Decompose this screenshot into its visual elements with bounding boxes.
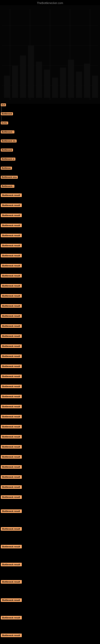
bottleneck-item-14[interactable]: Bottleneck result <box>1 224 22 227</box>
bottleneck-item-33[interactable]: Bottleneck result <box>1 633 22 637</box>
bottleneck-item-30[interactable]: Bottleneck result <box>1 580 22 584</box>
bottleneck-item-40[interactable]: Bottleneck result <box>1 404 22 408</box>
bottleneck-item-26[interactable]: Bottleneck result <box>1 509 22 513</box>
svg-rect-16 <box>52 78 58 98</box>
bottleneck-item-28[interactable]: Bottleneck result <box>1 544 22 548</box>
bottleneck-item-48[interactable]: Bottleneck result <box>1 485 22 489</box>
chart-svg <box>0 5 100 104</box>
bottleneck-badge-35: Bottleneck result <box>1 354 22 358</box>
bottleneck-badge-5: Bottleneck res <box>1 140 17 142</box>
bottleneck-item-23[interactable]: Bottleneck result <box>1 314 22 318</box>
bottleneck-badge-48: Bottleneck result <box>1 485 22 489</box>
bottleneck-item-13[interactable]: Bottleneck result <box>1 213 22 217</box>
svg-rect-11 <box>12 66 18 98</box>
bottleneck-item-47[interactable]: Bottleneck result <box>1 475 22 479</box>
bottleneck-item-42[interactable]: Bottleneck result <box>1 425 22 428</box>
bottleneck-item-25[interactable]: Bottleneck result <box>1 334 22 338</box>
bottleneck-item-41[interactable]: Bottleneck result <box>1 414 22 418</box>
bottleneck-badge-24: Bottleneck result <box>1 324 22 328</box>
bottleneck-badge-29: Bottleneck result <box>1 563 22 566</box>
chart-area <box>0 5 100 104</box>
bottleneck-badge-15: Bottleneck result <box>1 234 22 237</box>
bottleneck-badge-19: Bottleneck result <box>1 274 22 278</box>
bottleneck-badge-2: Bottleneck <box>1 112 13 115</box>
bottleneck-badge-46: Bottleneck result <box>1 465 22 469</box>
bottleneck-item-11[interactable]: Bottleneck result <box>1 193 22 197</box>
bottleneck-badge-16: Bottleneck result <box>1 244 22 247</box>
bottleneck-item-18[interactable]: Bottleneck result <box>1 264 22 268</box>
bottleneck-item-37[interactable]: Bottleneck result <box>1 374 22 378</box>
bottleneck-badge-25: Bottleneck result <box>1 334 22 338</box>
bottleneck-badge-7: Bottleneck re <box>1 158 15 160</box>
bottleneck-item-32[interactable]: Bottleneck result <box>1 616 22 620</box>
bottleneck-item-34[interactable]: Bottleneck result <box>1 344 22 348</box>
bottleneck-item-49[interactable]: Bottleneck result <box>1 495 22 499</box>
bottleneck-badge-6: Bottleneck <box>1 148 13 152</box>
bottleneck-item-31[interactable]: Bottleneck result <box>1 598 22 602</box>
bottleneck-badge-32: Bottleneck result <box>1 616 22 620</box>
bottleneck-badge-21: Bottleneck result <box>1 294 22 298</box>
bottleneck-badge-11: Bottleneck result <box>1 194 22 197</box>
bottleneck-badge-8: Bottlenec <box>1 167 12 170</box>
bottleneck-badge-20: Bottleneck result <box>1 284 22 288</box>
bottleneck-item-12[interactable]: Bottleneck result <box>1 203 22 207</box>
bottleneck-badge-12: Bottleneck result <box>1 204 22 207</box>
bottleneck-item-5[interactable]: Bottleneck res <box>1 139 17 142</box>
bottleneck-badge-40: Bottleneck result <box>1 405 22 408</box>
bottleneck-item-43[interactable]: Bottleneck result <box>1 435 22 438</box>
bottleneck-item-2[interactable]: Bottleneck <box>1 112 13 115</box>
bottleneck-item-9[interactable]: Bottleneck resu <box>1 175 18 179</box>
bottleneck-item-46[interactable]: Bottleneck result <box>1 465 22 469</box>
bottleneck-item-35[interactable]: Bottleneck result <box>1 354 22 358</box>
bottleneck-badge-13: Bottleneck result <box>1 214 22 217</box>
bottleneck-badge-45: Bottleneck result <box>1 455 22 459</box>
bottleneck-item-36[interactable]: Bottleneck result <box>1 364 22 368</box>
bottleneck-item-3[interactable]: Bottler <box>1 121 8 124</box>
bottleneck-badge-41: Bottleneck result <box>1 415 22 418</box>
bottleneck-badge-34: Bottleneck result <box>1 344 22 348</box>
bottleneck-item-10[interactable]: Bottleneck r <box>1 184 14 188</box>
site-header: TheBottlenecker.com <box>0 0 100 5</box>
bottleneck-badge-49: Bottleneck result <box>1 495 22 499</box>
bottleneck-item-27[interactable]: Bottleneck result <box>1 527 22 531</box>
bottleneck-item-17[interactable]: Bottleneck result <box>1 254 22 258</box>
bottleneck-badge-4: Bottleneck r <box>1 130 14 134</box>
bottleneck-badge-27: Bottleneck result <box>1 527 22 531</box>
bottleneck-item-29[interactable]: Bottleneck result <box>1 562 22 566</box>
bottleneck-badge-42: Bottleneck result <box>1 425 22 428</box>
bottleneck-badge-44: Bottleneck result <box>1 445 22 448</box>
svg-rect-19 <box>76 72 82 98</box>
bottleneck-badge-30: Bottleneck result <box>1 580 22 584</box>
bottleneck-item-15[interactable]: Bottleneck result <box>1 234 22 237</box>
bottleneck-item-39[interactable]: Bottleneck result <box>1 394 22 398</box>
svg-rect-18 <box>68 60 74 98</box>
bottleneck-item-16[interactable]: Bottleneck result <box>1 244 22 247</box>
svg-rect-12 <box>20 56 26 98</box>
bottleneck-item-6[interactable]: Bottleneck <box>1 148 13 152</box>
bottleneck-item-21[interactable]: Bottleneck result <box>1 294 22 298</box>
svg-rect-21 <box>92 76 98 98</box>
bottleneck-item-1[interactable]: Bott <box>1 103 6 106</box>
bottleneck-item-44[interactable]: Bottleneck result <box>1 445 22 448</box>
bottleneck-badge-1: Bott <box>1 104 6 106</box>
bottleneck-item-20[interactable]: Bottleneck result <box>1 284 22 288</box>
bottleneck-badge-10: Bottleneck r <box>1 185 14 188</box>
bottleneck-badge-43: Bottleneck result <box>1 435 22 438</box>
bottleneck-item-45[interactable]: Bottleneck result <box>1 455 22 459</box>
bottleneck-badge-22: Bottleneck result <box>1 304 22 308</box>
bottleneck-item-19[interactable]: Bottleneck result <box>1 274 22 278</box>
bottleneck-item-8[interactable]: Bottlenec <box>1 166 12 170</box>
bottleneck-item-4[interactable]: Bottleneck r <box>1 130 14 134</box>
bottleneck-item-24[interactable]: Bottleneck result <box>1 324 22 328</box>
bottleneck-badge-36: Bottleneck result <box>1 364 22 368</box>
bottleneck-item-7[interactable]: Bottleneck re <box>1 157 15 160</box>
svg-rect-17 <box>60 68 66 98</box>
bottleneck-item-38[interactable]: Bottleneck result <box>1 384 22 388</box>
svg-rect-10 <box>4 76 10 98</box>
page-wrapper: TheBottlenecker.com <box>0 0 100 644</box>
bottleneck-badge-38: Bottleneck result <box>1 384 22 388</box>
svg-rect-14 <box>36 62 42 98</box>
bottleneck-badge-9: Bottleneck resu <box>1 176 18 179</box>
site-title: TheBottlenecker.com <box>37 2 63 5</box>
bottleneck-item-22[interactable]: Bottleneck result <box>1 304 22 308</box>
